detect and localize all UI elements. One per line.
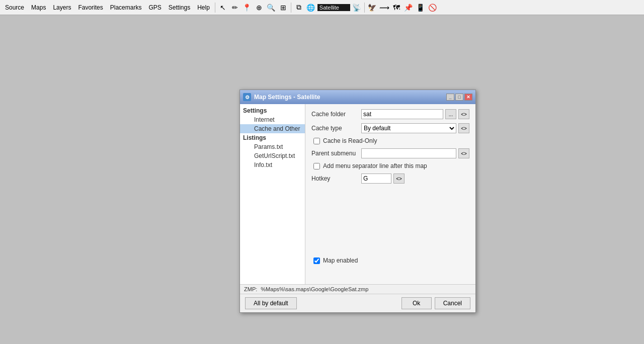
stop-icon[interactable]: 🚫 bbox=[427, 2, 438, 13]
add-separator-row: Add menu separator line after this map bbox=[311, 162, 469, 169]
parent-submenu-edit-button[interactable]: <> bbox=[458, 148, 469, 158]
close-button[interactable]: ✕ bbox=[464, 94, 472, 101]
map-enabled-row: Map enabled bbox=[311, 257, 469, 264]
zmp-label: ZMP: bbox=[244, 286, 257, 292]
minimize-button[interactable]: _ bbox=[446, 94, 454, 101]
bird-icon[interactable]: 🦅 bbox=[367, 2, 378, 13]
settings-section-label: Settings bbox=[240, 106, 305, 115]
tree-cache-and-other[interactable]: Cache and Other bbox=[240, 124, 305, 133]
menu-gps[interactable]: GPS bbox=[145, 3, 164, 12]
menu-maps[interactable]: Maps bbox=[28, 3, 49, 12]
toolbar-separator-3 bbox=[364, 3, 365, 13]
dialog-body: Settings Internet Cache and Other Listin… bbox=[240, 104, 475, 284]
hotkey-row: Hotkey <> bbox=[311, 174, 469, 184]
map-selector[interactable] bbox=[317, 4, 350, 11]
menu-settings[interactable]: Settings bbox=[166, 3, 193, 12]
cancel-button[interactable]: Cancel bbox=[435, 297, 470, 309]
zmp-value: %Maps%\sas.maps\Google\GoogleSat.zmp bbox=[261, 286, 368, 292]
map-settings-dialog: ⚙ Map Settings - Satellite _ □ ✕ Setting… bbox=[239, 90, 476, 313]
dialog-title-controls: _ □ ✕ bbox=[446, 94, 472, 101]
left-panel: Settings Internet Cache and Other Listin… bbox=[240, 104, 305, 284]
phone-icon[interactable]: 📱 bbox=[415, 2, 426, 13]
cache-type-row: Cache type By default <> bbox=[311, 123, 469, 133]
cache-readonly-checkbox[interactable] bbox=[313, 138, 320, 144]
menu-layers[interactable]: Layers bbox=[50, 3, 74, 12]
maximize-button[interactable]: □ bbox=[455, 94, 463, 101]
tree-params-txt[interactable]: Params.txt bbox=[240, 142, 305, 151]
dialog-title-icon: ⚙ bbox=[243, 93, 251, 101]
tree-internet[interactable]: Internet bbox=[240, 115, 305, 124]
cache-folder-edit-button[interactable]: <> bbox=[458, 109, 469, 119]
menu-favorites[interactable]: Favorites bbox=[75, 3, 106, 12]
marker-icon[interactable]: 📍 bbox=[242, 2, 253, 13]
pen-icon[interactable]: ✏ bbox=[229, 2, 240, 13]
hotkey-input[interactable] bbox=[361, 174, 391, 184]
add-separator-label: Add menu separator line after this map bbox=[323, 162, 427, 169]
main-area: ⚙ Map Settings - Satellite _ □ ✕ Setting… bbox=[0, 15, 644, 344]
toolbar-separator-1 bbox=[215, 3, 215, 13]
satellite-icon[interactable]: 📡 bbox=[351, 2, 362, 13]
menu-source[interactable]: Source bbox=[2, 3, 27, 12]
cache-readonly-label: Cache is Read-Only bbox=[323, 137, 377, 144]
layers-icon[interactable]: ⧉ bbox=[293, 2, 304, 13]
circle-icon[interactable]: ⊕ bbox=[254, 2, 265, 13]
right-panel: Cache folder ... <> Cache type By defaul… bbox=[305, 104, 475, 284]
status-bar: ZMP: %Maps%\sas.maps\Google\GoogleSat.zm… bbox=[240, 284, 475, 294]
menu-help[interactable]: Help bbox=[194, 3, 213, 12]
cache-readonly-row: Cache is Read-Only bbox=[311, 137, 469, 144]
settings-icon: ⚙ bbox=[245, 95, 250, 100]
hotkey-label: Hotkey bbox=[311, 175, 359, 182]
right-panel-spacer bbox=[311, 188, 469, 253]
map-enabled-label: Map enabled bbox=[323, 257, 358, 264]
track-icon[interactable]: ⟿ bbox=[379, 2, 390, 13]
ok-button[interactable]: Ok bbox=[401, 297, 432, 309]
toolbar-separator-2 bbox=[291, 3, 291, 13]
frame-icon[interactable]: ⊞ bbox=[278, 2, 289, 13]
dialog-footer: All by default Ok Cancel bbox=[240, 294, 475, 312]
parent-submenu-label: Parent submenu bbox=[311, 150, 359, 157]
zoom-icon[interactable]: 🔍 bbox=[266, 2, 277, 13]
all-by-default-button[interactable]: All by default bbox=[245, 297, 297, 309]
footer-right-buttons: Ok Cancel bbox=[401, 297, 470, 309]
tree-geturlscript[interactable]: GetUrlScript.txt bbox=[240, 151, 305, 160]
hotkey-edit-button[interactable]: <> bbox=[393, 174, 405, 184]
cache-folder-input[interactable] bbox=[361, 109, 443, 119]
cache-folder-browse-button[interactable]: ... bbox=[445, 109, 456, 119]
cache-folder-label: Cache folder bbox=[311, 111, 359, 118]
cache-type-edit-button[interactable]: <> bbox=[458, 123, 469, 133]
dialog-title-text: Map Settings - Satellite bbox=[254, 94, 446, 101]
cache-type-select[interactable]: By default bbox=[361, 123, 456, 133]
pin-icon[interactable]: 📌 bbox=[403, 2, 414, 13]
dialog-titlebar: ⚙ Map Settings - Satellite _ □ ✕ bbox=[240, 90, 475, 104]
cursor-icon[interactable]: ↖ bbox=[217, 2, 228, 13]
map-enabled-checkbox[interactable] bbox=[313, 257, 320, 264]
menu-placemarks[interactable]: Placemarks bbox=[107, 3, 145, 12]
parent-submenu-row: Parent submenu <> bbox=[311, 148, 469, 158]
cache-folder-row: Cache folder ... <> bbox=[311, 109, 469, 119]
toolbar: Source Maps Layers Favorites Placemarks … bbox=[0, 0, 644, 15]
cache-type-label: Cache type bbox=[311, 125, 359, 132]
listings-section-label: Listings bbox=[240, 133, 305, 142]
route-icon[interactable]: 🗺 bbox=[391, 2, 402, 13]
parent-submenu-input[interactable] bbox=[361, 148, 456, 158]
globe-icon[interactable]: 🌐 bbox=[305, 2, 316, 13]
add-separator-checkbox[interactable] bbox=[313, 163, 320, 169]
tree-info-txt[interactable]: Info.txt bbox=[240, 160, 305, 169]
